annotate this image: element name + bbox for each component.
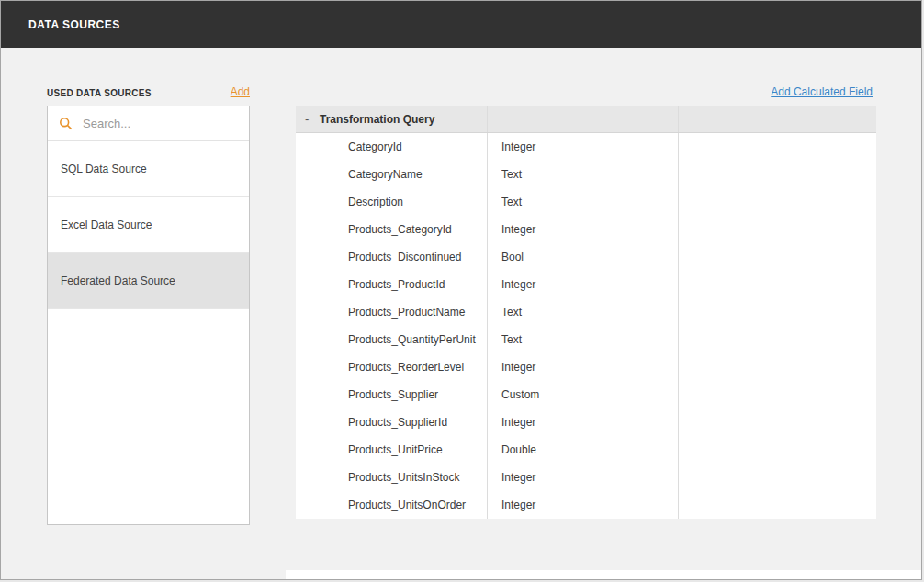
- field-type-cell: Custom: [488, 381, 679, 409]
- empty-cell: [679, 409, 876, 436]
- field-name-cell: Products_QuantityPerUnit: [296, 326, 488, 353]
- field-name-cell: CategoryId: [296, 133, 488, 161]
- table-row[interactable]: Products_UnitsInStock Integer: [296, 464, 876, 491]
- data-source-item-label: Federated Data Source: [61, 274, 175, 287]
- search-input[interactable]: [81, 116, 240, 131]
- data-sources-page: DATA SOURCES USED DATA SOURCES Add Add C…: [0, 0, 922, 580]
- field-type-cell: Integer: [488, 491, 679, 519]
- field-name-cell: Products_ProductId: [296, 271, 488, 298]
- empty-cell: [679, 381, 876, 409]
- empty-cell: [679, 271, 876, 298]
- empty-cell: [679, 436, 876, 464]
- field-type-cell: Integer: [488, 216, 679, 243]
- empty-cell: [679, 243, 876, 271]
- field-name-cell: Products_UnitPrice: [296, 436, 488, 464]
- empty-cell: [679, 216, 876, 243]
- field-name-cell: CategoryName: [296, 161, 488, 188]
- table-row[interactable]: Description Text: [296, 188, 876, 216]
- empty-cell: [679, 133, 876, 161]
- field-name-cell: Products_UnitsOnOrder: [296, 491, 488, 519]
- data-source-item[interactable]: Excel Data Source: [48, 197, 249, 253]
- field-type-cell: Integer: [488, 464, 679, 491]
- table-row[interactable]: Products_CategoryId Integer: [296, 216, 876, 243]
- page-title-bar: DATA SOURCES: [1, 1, 921, 48]
- table-body: CategoryId Integer CategoryName Text Des…: [296, 133, 876, 519]
- field-name-cell: Description: [296, 188, 488, 216]
- field-type-cell: Integer: [488, 133, 679, 161]
- empty-cell: [679, 161, 876, 188]
- table-header-cell: - Transformation Query: [296, 106, 488, 132]
- field-name-cell: Products_CategoryId: [296, 216, 488, 243]
- search-icon: [59, 117, 73, 130]
- empty-cell: [679, 298, 876, 326]
- table-row[interactable]: Products_ReorderLevel Integer: [296, 353, 876, 381]
- empty-cell: [679, 491, 876, 519]
- table-row[interactable]: Products_SupplierId Integer: [296, 409, 876, 436]
- data-source-list: SQL Data Source Excel Data Source Federa…: [48, 141, 249, 309]
- add-calculated-field-link[interactable]: Add Calculated Field: [771, 85, 873, 98]
- field-name-cell: Products_UnitsInStock: [296, 464, 488, 491]
- table-header-cell-extra: [679, 106, 876, 132]
- field-name-cell: Products_ProductName: [296, 298, 488, 326]
- field-name-cell: Products_Discontinued: [296, 243, 488, 271]
- field-type-cell: Text: [488, 298, 679, 326]
- fields-table: - Transformation Query CategoryId Intege…: [296, 106, 876, 519]
- collapse-icon[interactable]: -: [305, 112, 314, 126]
- field-type-cell: Integer: [488, 353, 679, 381]
- table-row[interactable]: Products_Supplier Custom: [296, 381, 876, 409]
- data-source-item-label: Excel Data Source: [61, 218, 152, 231]
- data-sources-list-panel: SQL Data Source Excel Data Source Federa…: [47, 106, 250, 525]
- table-row[interactable]: Products_UnitsOnOrder Integer: [296, 491, 876, 519]
- field-type-cell: Integer: [488, 271, 679, 298]
- data-source-item-label: SQL Data Source: [61, 162, 147, 175]
- data-source-item[interactable]: Federated Data Source: [48, 253, 249, 309]
- table-header-cell-type: [488, 106, 679, 132]
- field-type-cell: Text: [488, 188, 679, 216]
- empty-cell: [679, 188, 876, 216]
- table-row[interactable]: Products_Discontinued Bool: [296, 243, 876, 271]
- add-data-source-link[interactable]: Add: [47, 85, 250, 98]
- bottom-partial-panel-left: [1, 579, 272, 580]
- table-row[interactable]: Products_UnitPrice Double: [296, 436, 876, 464]
- field-type-cell: Text: [488, 161, 679, 188]
- empty-cell: [679, 353, 876, 381]
- table-row[interactable]: Products_ProductName Text: [296, 298, 876, 326]
- table-row[interactable]: Products_QuantityPerUnit Text: [296, 326, 876, 353]
- field-type-cell: Integer: [488, 409, 679, 436]
- table-row[interactable]: CategoryName Text: [296, 161, 876, 188]
- table-row[interactable]: CategoryId Integer: [296, 133, 876, 161]
- search-box[interactable]: [48, 106, 249, 141]
- field-type-cell: Double: [488, 436, 679, 464]
- table-header-label: Transformation Query: [320, 113, 434, 126]
- data-source-item[interactable]: SQL Data Source: [48, 141, 249, 197]
- empty-cell: [679, 326, 876, 353]
- field-name-cell: Products_SupplierId: [296, 409, 488, 436]
- field-type-cell: Bool: [488, 243, 679, 271]
- bottom-partial-panel-right: [286, 570, 922, 580]
- field-name-cell: Products_ReorderLevel: [296, 353, 488, 381]
- field-type-cell: Text: [488, 326, 679, 353]
- table-row[interactable]: Products_ProductId Integer: [296, 271, 876, 298]
- page-title: DATA SOURCES: [28, 18, 120, 31]
- empty-cell: [679, 464, 876, 491]
- field-name-cell: Products_Supplier: [296, 381, 488, 409]
- table-header-row[interactable]: - Transformation Query: [296, 106, 876, 133]
